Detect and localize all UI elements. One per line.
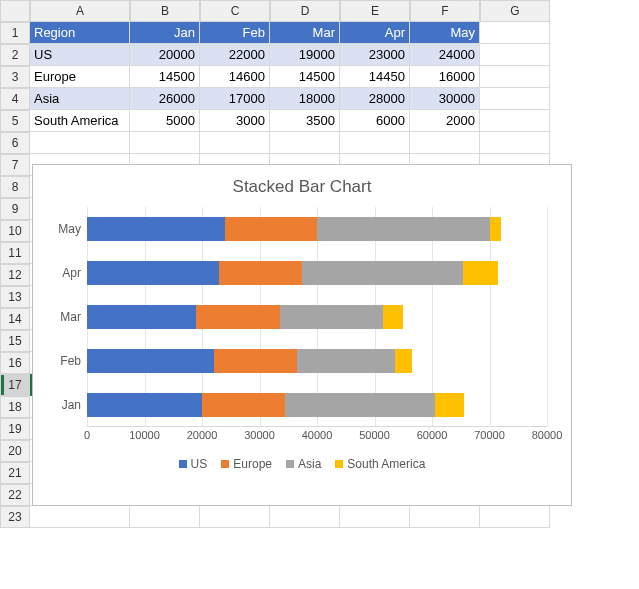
row-header-21[interactable]: 21 bbox=[0, 462, 30, 484]
col-header-A[interactable]: A bbox=[30, 0, 130, 22]
row-header-7[interactable]: 7 bbox=[0, 154, 30, 176]
row-header-11[interactable]: 11 bbox=[0, 242, 30, 264]
row-header-4[interactable]: 4 bbox=[0, 88, 30, 110]
col-header-E[interactable]: E bbox=[340, 0, 410, 22]
cell-F23[interactable] bbox=[410, 506, 480, 528]
row-header-23[interactable]: 23 bbox=[0, 506, 30, 528]
x-tick-label: 20000 bbox=[187, 429, 218, 441]
cell-B5[interactable]: 5000 bbox=[130, 110, 200, 132]
bar-segment-us bbox=[87, 261, 219, 285]
cell-E5[interactable]: 6000 bbox=[340, 110, 410, 132]
cell-B1[interactable]: Jan bbox=[130, 22, 200, 44]
row-header-13[interactable]: 13 bbox=[0, 286, 30, 308]
cell-B4[interactable]: 26000 bbox=[130, 88, 200, 110]
cell-D5[interactable]: 3500 bbox=[270, 110, 340, 132]
bar-segment-us bbox=[87, 393, 202, 417]
cell-G23[interactable] bbox=[480, 506, 550, 528]
cell-C5[interactable]: 3000 bbox=[200, 110, 270, 132]
row-header-17[interactable]: 17 bbox=[0, 374, 30, 396]
cell-A4[interactable]: Asia bbox=[30, 88, 130, 110]
cell-C3[interactable]: 14600 bbox=[200, 66, 270, 88]
legend-swatch bbox=[335, 460, 343, 468]
row-header-5[interactable]: 5 bbox=[0, 110, 30, 132]
row-header-6[interactable]: 6 bbox=[0, 132, 30, 154]
legend-label: South America bbox=[347, 457, 425, 471]
cell-E4[interactable]: 28000 bbox=[340, 88, 410, 110]
cell-D23[interactable] bbox=[270, 506, 340, 528]
cell-A23[interactable] bbox=[30, 506, 130, 528]
bar-segment-asia bbox=[297, 349, 395, 373]
bar-apr: Apr bbox=[87, 261, 547, 285]
cell-B23[interactable] bbox=[130, 506, 200, 528]
row-header-16[interactable]: 16 bbox=[0, 352, 30, 374]
x-tick-label: 80000 bbox=[532, 429, 563, 441]
legend-item-south-america: South America bbox=[335, 457, 425, 471]
cell-E6[interactable] bbox=[340, 132, 410, 154]
cell-D3[interactable]: 14500 bbox=[270, 66, 340, 88]
cell-C2[interactable]: 22000 bbox=[200, 44, 270, 66]
cell-D2[interactable]: 19000 bbox=[270, 44, 340, 66]
cell-F3[interactable]: 16000 bbox=[410, 66, 480, 88]
cell-E23[interactable] bbox=[340, 506, 410, 528]
cell-E1[interactable]: Apr bbox=[340, 22, 410, 44]
cell-A2[interactable]: US bbox=[30, 44, 130, 66]
row-header-12[interactable]: 12 bbox=[0, 264, 30, 286]
bar-segment-south-america bbox=[463, 261, 498, 285]
cell-A5[interactable]: South America bbox=[30, 110, 130, 132]
cell-F6[interactable] bbox=[410, 132, 480, 154]
cell-G2[interactable] bbox=[480, 44, 550, 66]
row-header-8[interactable]: 8 bbox=[0, 176, 30, 198]
cell-B2[interactable]: 20000 bbox=[130, 44, 200, 66]
col-header-G[interactable]: G bbox=[480, 0, 550, 22]
cell-F5[interactable]: 2000 bbox=[410, 110, 480, 132]
cell-D6[interactable] bbox=[270, 132, 340, 154]
cell-C1[interactable]: Feb bbox=[200, 22, 270, 44]
row-header-1[interactable]: 1 bbox=[0, 22, 30, 44]
cell-E2[interactable]: 23000 bbox=[340, 44, 410, 66]
col-header-F[interactable]: F bbox=[410, 0, 480, 22]
bar-segment-south-america bbox=[383, 305, 403, 329]
x-tick-label: 30000 bbox=[244, 429, 275, 441]
bar-segment-south-america bbox=[395, 349, 412, 373]
cell-F2[interactable]: 24000 bbox=[410, 44, 480, 66]
cell-B6[interactable] bbox=[130, 132, 200, 154]
legend-swatch bbox=[179, 460, 187, 468]
row-header-14[interactable]: 14 bbox=[0, 308, 30, 330]
col-header-D[interactable]: D bbox=[270, 0, 340, 22]
row-header-18[interactable]: 18 bbox=[0, 396, 30, 418]
cell-G4[interactable] bbox=[480, 88, 550, 110]
chart-container[interactable]: Stacked Bar Chart MayAprMarFebJan 010000… bbox=[32, 164, 572, 506]
row-header-2[interactable]: 2 bbox=[0, 44, 30, 66]
cell-A1[interactable]: Region bbox=[30, 22, 130, 44]
row-header-22[interactable]: 22 bbox=[0, 484, 30, 506]
cell-B3[interactable]: 14500 bbox=[130, 66, 200, 88]
bar-segment-us bbox=[87, 217, 225, 241]
row-header-19[interactable]: 19 bbox=[0, 418, 30, 440]
cell-F4[interactable]: 30000 bbox=[410, 88, 480, 110]
cell-G5[interactable] bbox=[480, 110, 550, 132]
bar-feb: Feb bbox=[87, 349, 547, 373]
cell-G1[interactable] bbox=[480, 22, 550, 44]
select-all-corner[interactable] bbox=[0, 0, 30, 22]
cell-A6[interactable] bbox=[30, 132, 130, 154]
cell-G3[interactable] bbox=[480, 66, 550, 88]
cell-C23[interactable] bbox=[200, 506, 270, 528]
cell-C4[interactable]: 17000 bbox=[200, 88, 270, 110]
cell-D1[interactable]: Mar bbox=[270, 22, 340, 44]
bar-segment-asia bbox=[280, 305, 384, 329]
row-header-3[interactable]: 3 bbox=[0, 66, 30, 88]
row-header-15[interactable]: 15 bbox=[0, 330, 30, 352]
bar-segment-europe bbox=[219, 261, 302, 285]
cell-A3[interactable]: Europe bbox=[30, 66, 130, 88]
cell-E3[interactable]: 14450 bbox=[340, 66, 410, 88]
row-header-10[interactable]: 10 bbox=[0, 220, 30, 242]
bar-segment-europe bbox=[196, 305, 279, 329]
row-header-9[interactable]: 9 bbox=[0, 198, 30, 220]
cell-D4[interactable]: 18000 bbox=[270, 88, 340, 110]
row-header-20[interactable]: 20 bbox=[0, 440, 30, 462]
cell-C6[interactable] bbox=[200, 132, 270, 154]
cell-F1[interactable]: May bbox=[410, 22, 480, 44]
col-header-C[interactable]: C bbox=[200, 0, 270, 22]
col-header-B[interactable]: B bbox=[130, 0, 200, 22]
cell-G6[interactable] bbox=[480, 132, 550, 154]
